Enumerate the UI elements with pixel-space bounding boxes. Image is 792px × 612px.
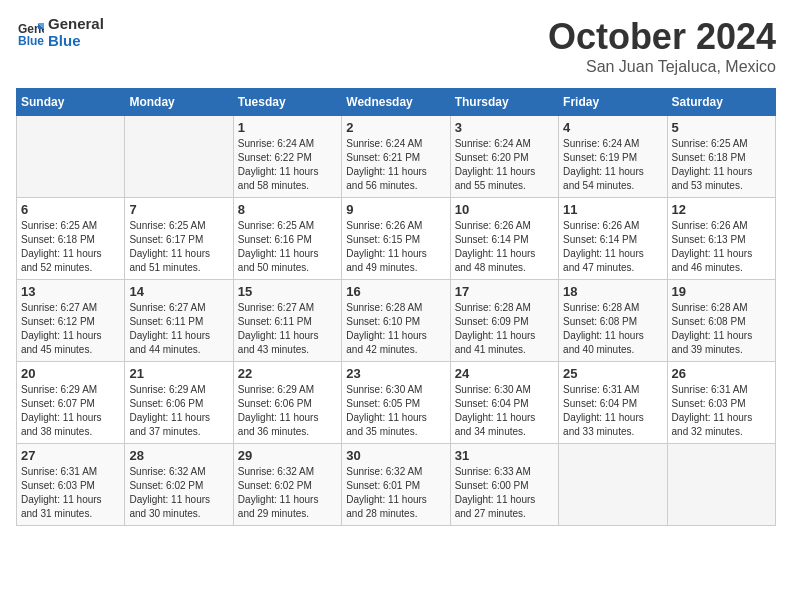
calendar-cell: 11Sunrise: 6:26 AMSunset: 6:14 PMDayligh… — [559, 198, 667, 280]
day-info: Sunrise: 6:31 AMSunset: 6:03 PMDaylight:… — [672, 383, 771, 439]
calendar-cell: 26Sunrise: 6:31 AMSunset: 6:03 PMDayligh… — [667, 362, 775, 444]
logo-icon: General Blue — [16, 19, 44, 47]
logo: General Blue General Blue — [16, 16, 104, 49]
day-number: 22 — [238, 366, 337, 381]
calendar-cell — [17, 116, 125, 198]
weekday-header-sunday: Sunday — [17, 89, 125, 116]
calendar-cell: 28Sunrise: 6:32 AMSunset: 6:02 PMDayligh… — [125, 444, 233, 526]
day-info: Sunrise: 6:27 AMSunset: 6:12 PMDaylight:… — [21, 301, 120, 357]
day-number: 31 — [455, 448, 554, 463]
calendar-cell: 18Sunrise: 6:28 AMSunset: 6:08 PMDayligh… — [559, 280, 667, 362]
day-number: 1 — [238, 120, 337, 135]
day-info: Sunrise: 6:24 AMSunset: 6:22 PMDaylight:… — [238, 137, 337, 193]
day-info: Sunrise: 6:27 AMSunset: 6:11 PMDaylight:… — [238, 301, 337, 357]
day-number: 17 — [455, 284, 554, 299]
calendar-week-3: 13Sunrise: 6:27 AMSunset: 6:12 PMDayligh… — [17, 280, 776, 362]
day-number: 10 — [455, 202, 554, 217]
day-number: 2 — [346, 120, 445, 135]
weekday-header-friday: Friday — [559, 89, 667, 116]
day-info: Sunrise: 6:28 AMSunset: 6:08 PMDaylight:… — [563, 301, 662, 357]
calendar-cell: 22Sunrise: 6:29 AMSunset: 6:06 PMDayligh… — [233, 362, 341, 444]
day-number: 12 — [672, 202, 771, 217]
day-number: 25 — [563, 366, 662, 381]
calendar-cell: 1Sunrise: 6:24 AMSunset: 6:22 PMDaylight… — [233, 116, 341, 198]
calendar-cell: 7Sunrise: 6:25 AMSunset: 6:17 PMDaylight… — [125, 198, 233, 280]
day-info: Sunrise: 6:31 AMSunset: 6:03 PMDaylight:… — [21, 465, 120, 521]
calendar-cell: 21Sunrise: 6:29 AMSunset: 6:06 PMDayligh… — [125, 362, 233, 444]
day-info: Sunrise: 6:27 AMSunset: 6:11 PMDaylight:… — [129, 301, 228, 357]
day-number: 14 — [129, 284, 228, 299]
day-number: 24 — [455, 366, 554, 381]
calendar-cell: 16Sunrise: 6:28 AMSunset: 6:10 PMDayligh… — [342, 280, 450, 362]
page-header: General Blue General Blue October 2024 S… — [16, 16, 776, 76]
calendar-cell: 19Sunrise: 6:28 AMSunset: 6:08 PMDayligh… — [667, 280, 775, 362]
day-number: 29 — [238, 448, 337, 463]
title-section: October 2024 San Juan Tejaluca, Mexico — [548, 16, 776, 76]
day-number: 30 — [346, 448, 445, 463]
calendar-week-5: 27Sunrise: 6:31 AMSunset: 6:03 PMDayligh… — [17, 444, 776, 526]
calendar-table: SundayMondayTuesdayWednesdayThursdayFrid… — [16, 88, 776, 526]
day-number: 4 — [563, 120, 662, 135]
calendar-cell: 30Sunrise: 6:32 AMSunset: 6:01 PMDayligh… — [342, 444, 450, 526]
weekday-header-saturday: Saturday — [667, 89, 775, 116]
month-year-title: October 2024 — [548, 16, 776, 58]
calendar-cell: 6Sunrise: 6:25 AMSunset: 6:18 PMDaylight… — [17, 198, 125, 280]
day-info: Sunrise: 6:25 AMSunset: 6:17 PMDaylight:… — [129, 219, 228, 275]
day-info: Sunrise: 6:29 AMSunset: 6:06 PMDaylight:… — [238, 383, 337, 439]
day-number: 3 — [455, 120, 554, 135]
day-info: Sunrise: 6:29 AMSunset: 6:06 PMDaylight:… — [129, 383, 228, 439]
day-info: Sunrise: 6:31 AMSunset: 6:04 PMDaylight:… — [563, 383, 662, 439]
day-number: 15 — [238, 284, 337, 299]
day-number: 18 — [563, 284, 662, 299]
weekday-header-monday: Monday — [125, 89, 233, 116]
logo-blue: Blue — [48, 33, 104, 50]
day-info: Sunrise: 6:32 AMSunset: 6:02 PMDaylight:… — [238, 465, 337, 521]
calendar-cell — [125, 116, 233, 198]
calendar-cell: 29Sunrise: 6:32 AMSunset: 6:02 PMDayligh… — [233, 444, 341, 526]
day-number: 13 — [21, 284, 120, 299]
calendar-cell: 3Sunrise: 6:24 AMSunset: 6:20 PMDaylight… — [450, 116, 558, 198]
day-info: Sunrise: 6:25 AMSunset: 6:18 PMDaylight:… — [672, 137, 771, 193]
day-info: Sunrise: 6:28 AMSunset: 6:08 PMDaylight:… — [672, 301, 771, 357]
calendar-cell: 2Sunrise: 6:24 AMSunset: 6:21 PMDaylight… — [342, 116, 450, 198]
calendar-cell: 20Sunrise: 6:29 AMSunset: 6:07 PMDayligh… — [17, 362, 125, 444]
day-info: Sunrise: 6:24 AMSunset: 6:19 PMDaylight:… — [563, 137, 662, 193]
svg-text:Blue: Blue — [18, 34, 44, 47]
day-info: Sunrise: 6:28 AMSunset: 6:10 PMDaylight:… — [346, 301, 445, 357]
calendar-cell: 13Sunrise: 6:27 AMSunset: 6:12 PMDayligh… — [17, 280, 125, 362]
day-number: 11 — [563, 202, 662, 217]
calendar-cell: 5Sunrise: 6:25 AMSunset: 6:18 PMDaylight… — [667, 116, 775, 198]
day-number: 27 — [21, 448, 120, 463]
day-number: 19 — [672, 284, 771, 299]
day-info: Sunrise: 6:28 AMSunset: 6:09 PMDaylight:… — [455, 301, 554, 357]
weekday-header-thursday: Thursday — [450, 89, 558, 116]
day-info: Sunrise: 6:30 AMSunset: 6:04 PMDaylight:… — [455, 383, 554, 439]
day-info: Sunrise: 6:26 AMSunset: 6:13 PMDaylight:… — [672, 219, 771, 275]
calendar-cell: 17Sunrise: 6:28 AMSunset: 6:09 PMDayligh… — [450, 280, 558, 362]
day-info: Sunrise: 6:26 AMSunset: 6:14 PMDaylight:… — [563, 219, 662, 275]
day-number: 20 — [21, 366, 120, 381]
day-number: 21 — [129, 366, 228, 381]
header-row: SundayMondayTuesdayWednesdayThursdayFrid… — [17, 89, 776, 116]
day-info: Sunrise: 6:24 AMSunset: 6:20 PMDaylight:… — [455, 137, 554, 193]
logo-general: General — [48, 16, 104, 33]
day-info: Sunrise: 6:25 AMSunset: 6:18 PMDaylight:… — [21, 219, 120, 275]
calendar-week-2: 6Sunrise: 6:25 AMSunset: 6:18 PMDaylight… — [17, 198, 776, 280]
day-number: 28 — [129, 448, 228, 463]
calendar-week-4: 20Sunrise: 6:29 AMSunset: 6:07 PMDayligh… — [17, 362, 776, 444]
day-info: Sunrise: 6:32 AMSunset: 6:02 PMDaylight:… — [129, 465, 228, 521]
calendar-cell: 25Sunrise: 6:31 AMSunset: 6:04 PMDayligh… — [559, 362, 667, 444]
calendar-cell: 15Sunrise: 6:27 AMSunset: 6:11 PMDayligh… — [233, 280, 341, 362]
calendar-cell: 12Sunrise: 6:26 AMSunset: 6:13 PMDayligh… — [667, 198, 775, 280]
calendar-cell — [667, 444, 775, 526]
calendar-cell: 9Sunrise: 6:26 AMSunset: 6:15 PMDaylight… — [342, 198, 450, 280]
calendar-cell: 4Sunrise: 6:24 AMSunset: 6:19 PMDaylight… — [559, 116, 667, 198]
day-info: Sunrise: 6:29 AMSunset: 6:07 PMDaylight:… — [21, 383, 120, 439]
weekday-header-tuesday: Tuesday — [233, 89, 341, 116]
calendar-cell: 10Sunrise: 6:26 AMSunset: 6:14 PMDayligh… — [450, 198, 558, 280]
location-subtitle: San Juan Tejaluca, Mexico — [548, 58, 776, 76]
calendar-week-1: 1Sunrise: 6:24 AMSunset: 6:22 PMDaylight… — [17, 116, 776, 198]
calendar-cell: 24Sunrise: 6:30 AMSunset: 6:04 PMDayligh… — [450, 362, 558, 444]
calendar-cell: 8Sunrise: 6:25 AMSunset: 6:16 PMDaylight… — [233, 198, 341, 280]
day-info: Sunrise: 6:25 AMSunset: 6:16 PMDaylight:… — [238, 219, 337, 275]
